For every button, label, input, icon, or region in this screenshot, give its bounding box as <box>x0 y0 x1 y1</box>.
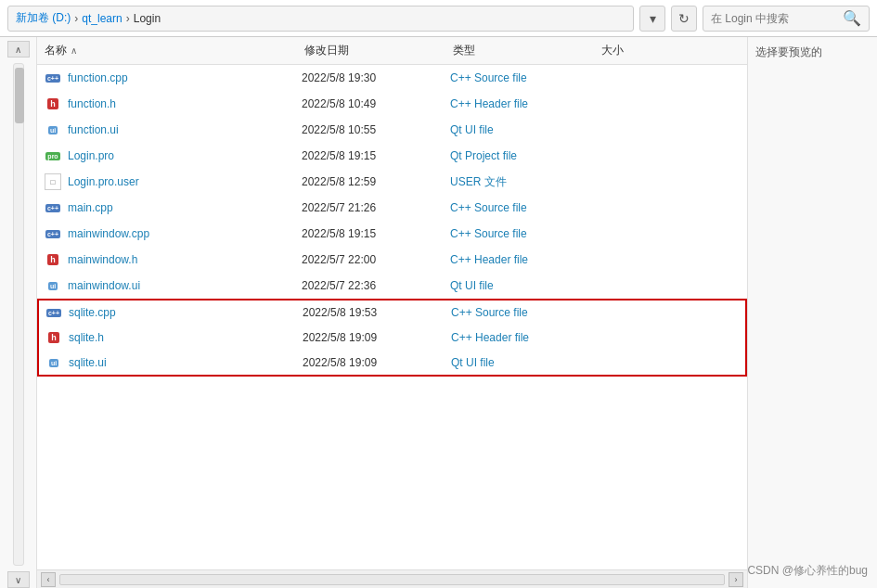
file-icon-cpp: c++ <box>42 198 64 217</box>
file-name: mainwindow.ui <box>68 279 302 292</box>
file-type: C++ Source file <box>450 201 599 214</box>
file-name: mainwindow.cpp <box>68 227 302 240</box>
hscroll-track[interactable] <box>59 574 725 585</box>
col-header-date[interactable]: 修改日期 <box>297 43 445 58</box>
file-date: 2022/5/8 19:53 <box>303 306 451 319</box>
file-type: C++ Header file <box>451 331 600 344</box>
table-row[interactable]: c++mainwindow.cpp2022/5/8 19:15C++ Sourc… <box>37 221 747 247</box>
file-date: 2022/5/7 22:00 <box>302 253 450 266</box>
file-icon-h: h <box>42 250 64 269</box>
file-date: 2022/5/8 19:15 <box>302 149 450 162</box>
hscroll-right-button[interactable]: › <box>729 572 743 587</box>
file-type: C++ Source file <box>450 227 599 240</box>
file-name: sqlite.ui <box>69 356 303 369</box>
table-row[interactable]: uimainwindow.ui2022/5/7 22:36Qt UI file <box>37 273 747 299</box>
file-type: Qt Project file <box>450 149 599 162</box>
file-icon-cpp: c++ <box>42 69 64 87</box>
file-area: 名称 ∧ 修改日期 类型 大小 c++function.cpp2022/5/8 … <box>37 37 747 588</box>
preview-text: 选择要预览的 <box>755 45 822 58</box>
file-name: function.h <box>68 97 302 110</box>
col-header-type[interactable]: 类型 <box>445 43 594 58</box>
file-icon-ui: ui <box>42 276 64 295</box>
sort-arrow-name: ∧ <box>71 45 77 56</box>
breadcrumb-sep-1: › <box>74 12 78 25</box>
file-name: sqlite.h <box>69 331 303 344</box>
hscroll-left-button[interactable]: ‹ <box>41 572 56 587</box>
table-row[interactable]: hfunction.h2022/5/8 10:49C++ Header file <box>37 91 747 117</box>
col-header-name[interactable]: 名称 ∧ <box>37 43 297 58</box>
breadcrumb[interactable]: 新加卷 (D:) › qt_learn › Login <box>7 6 634 32</box>
table-row[interactable]: hmainwindow.h2022/5/7 22:00C++ Header fi… <box>37 247 747 273</box>
file-date: 2022/5/8 19:09 <box>303 331 451 344</box>
col-header-size[interactable]: 大小 <box>594 43 650 58</box>
file-name: function.cpp <box>68 71 302 84</box>
file-date: 2022/5/7 21:26 <box>302 201 450 214</box>
file-date: 2022/5/8 10:55 <box>302 123 450 136</box>
file-type: USER 文件 <box>450 174 599 190</box>
file-name: main.cpp <box>68 201 302 214</box>
breadcrumb-drive[interactable]: 新加卷 (D:) <box>16 10 71 26</box>
preview-panel: 选择要预览的 <box>747 37 877 588</box>
file-type: C++ Source file <box>450 71 599 84</box>
file-icon-pro: pro <box>42 147 64 165</box>
file-type: Qt UI file <box>451 356 600 369</box>
file-date: 2022/5/8 19:15 <box>302 227 450 240</box>
address-bar: 新加卷 (D:) › qt_learn › Login ▾ ↻ 🔍 <box>0 0 877 37</box>
file-name: sqlite.cpp <box>69 306 303 319</box>
main-container: ∧ ∨ 名称 ∧ 修改日期 类型 大小 c++function.cpp2022/… <box>0 37 877 588</box>
file-date: 2022/5/7 22:36 <box>302 279 450 292</box>
file-type: Qt UI file <box>450 123 599 136</box>
watermark: CSDN @修心养性的bug <box>747 563 868 579</box>
search-icon: 🔍 <box>843 9 861 27</box>
table-row[interactable]: uisqlite.ui2022/5/8 19:09Qt UI file <box>37 351 747 377</box>
file-icon-ui: ui <box>42 121 64 139</box>
table-row[interactable]: c++sqlite.cpp2022/5/8 19:53C++ Source fi… <box>37 299 747 325</box>
file-list: c++function.cpp2022/5/8 19:30C++ Source … <box>37 65 747 569</box>
file-icon-h: h <box>42 95 64 113</box>
breadcrumb-sep-2: › <box>126 12 130 25</box>
file-icon-h: h <box>43 328 65 347</box>
file-name: Login.pro <box>68 149 302 162</box>
table-row[interactable]: uifunction.ui2022/5/8 10:55Qt UI file <box>37 117 747 143</box>
table-row[interactable]: c++main.cpp2022/5/7 21:26C++ Source file <box>37 195 747 221</box>
table-row[interactable]: hsqlite.h2022/5/8 19:09C++ Header file <box>37 325 747 351</box>
table-row[interactable]: proLogin.pro2022/5/8 19:15Qt Project fil… <box>37 143 747 169</box>
breadcrumb-folder[interactable]: qt_learn <box>82 12 122 25</box>
column-headers: 名称 ∧ 修改日期 类型 大小 <box>37 37 747 65</box>
bottom-scrollbar: ‹ › <box>37 569 747 588</box>
file-date: 2022/5/8 12:59 <box>302 175 450 188</box>
scrollbar-thumb[interactable] <box>15 68 24 123</box>
file-name: mainwindow.h <box>68 253 302 266</box>
breadcrumb-current: Login <box>134 12 161 25</box>
file-type: C++ Header file <box>450 253 599 266</box>
file-icon-cpp: c++ <box>43 303 65 322</box>
vertical-scrollbar[interactable] <box>13 63 24 566</box>
scroll-up-button[interactable]: ∧ <box>7 41 30 58</box>
file-date: 2022/5/8 19:09 <box>303 356 451 369</box>
file-type: Qt UI file <box>450 279 599 292</box>
left-nav: ∧ ∨ <box>0 37 37 588</box>
file-type: C++ Source file <box>451 306 600 319</box>
dropdown-button[interactable]: ▾ <box>639 6 665 32</box>
search-box[interactable]: 🔍 <box>703 6 870 32</box>
file-name: function.ui <box>68 123 302 136</box>
file-icon-ui: ui <box>43 353 65 372</box>
file-type: C++ Header file <box>450 97 599 110</box>
table-row[interactable]: c++function.cpp2022/5/8 19:30C++ Source … <box>37 65 747 91</box>
file-name: Login.pro.user <box>68 175 302 188</box>
table-row[interactable]: □Login.pro.user2022/5/8 12:59USER 文件 <box>37 169 747 195</box>
search-input[interactable] <box>711 12 839 25</box>
file-icon-user: □ <box>42 173 64 191</box>
file-date: 2022/5/8 19:30 <box>302 71 450 84</box>
refresh-button[interactable]: ↻ <box>671 6 697 32</box>
file-date: 2022/5/8 10:49 <box>302 97 450 110</box>
scroll-down-button[interactable]: ∨ <box>7 571 30 588</box>
file-icon-cpp: c++ <box>42 224 64 243</box>
